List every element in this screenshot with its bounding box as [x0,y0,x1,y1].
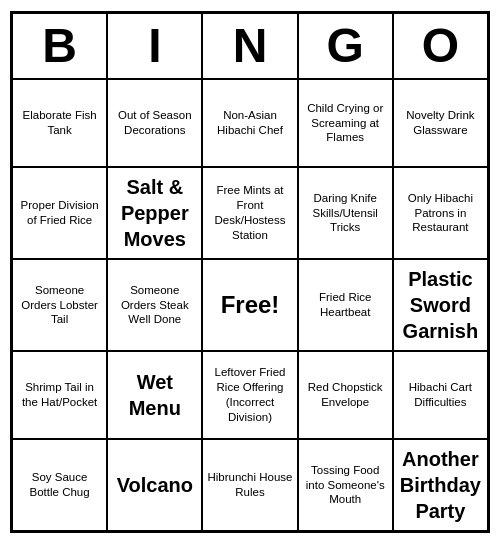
header-letter-G: G [298,13,393,79]
bingo-cell-7[interactable]: Free Mints at Front Desk/Hostess Station [202,167,297,259]
bingo-cell-10[interactable]: Someone Orders Lobster Tail [12,259,107,351]
bingo-cell-20[interactable]: Soy Sauce Bottle Chug [12,439,107,531]
bingo-cell-21[interactable]: Volcano [107,439,202,531]
bingo-cell-15[interactable]: Shrimp Tail in the Hat/Pocket [12,351,107,439]
bingo-cell-11[interactable]: Someone Orders Steak Well Done [107,259,202,351]
bingo-cell-12[interactable]: Free! [202,259,297,351]
bingo-card: BINGO Elaborate Fish TankOut of Season D… [10,11,490,533]
bingo-header: BINGO [12,13,488,79]
header-letter-B: B [12,13,107,79]
bingo-cell-18[interactable]: Red Chopstick Envelope [298,351,393,439]
bingo-cell-17[interactable]: Leftover Fried Rice Offering (Incorrect … [202,351,297,439]
bingo-grid: Elaborate Fish TankOut of Season Decorat… [12,79,488,531]
bingo-cell-0[interactable]: Elaborate Fish Tank [12,79,107,167]
bingo-cell-24[interactable]: Another Birthday Party [393,439,488,531]
bingo-cell-22[interactable]: Hibrunchi House Rules [202,439,297,531]
bingo-cell-14[interactable]: Plastic Sword Garnish [393,259,488,351]
bingo-cell-6[interactable]: Salt & Pepper Moves [107,167,202,259]
bingo-cell-3[interactable]: Child Crying or Screaming at Flames [298,79,393,167]
bingo-cell-4[interactable]: Novelty Drink Glassware [393,79,488,167]
bingo-cell-8[interactable]: Daring Knife Skills/Utensil Tricks [298,167,393,259]
bingo-cell-2[interactable]: Non-Asian Hibachi Chef [202,79,297,167]
bingo-cell-5[interactable]: Proper Division of Fried Rice [12,167,107,259]
bingo-cell-16[interactable]: Wet Menu [107,351,202,439]
bingo-cell-19[interactable]: Hibachi Cart Difficulties [393,351,488,439]
header-letter-N: N [202,13,297,79]
header-letter-O: O [393,13,488,79]
bingo-cell-23[interactable]: Tossing Food into Someone's Mouth [298,439,393,531]
bingo-cell-9[interactable]: Only Hibachi Patrons in Restaurant [393,167,488,259]
bingo-cell-1[interactable]: Out of Season Decorations [107,79,202,167]
bingo-cell-13[interactable]: Fried Rice Heartbeat [298,259,393,351]
header-letter-I: I [107,13,202,79]
